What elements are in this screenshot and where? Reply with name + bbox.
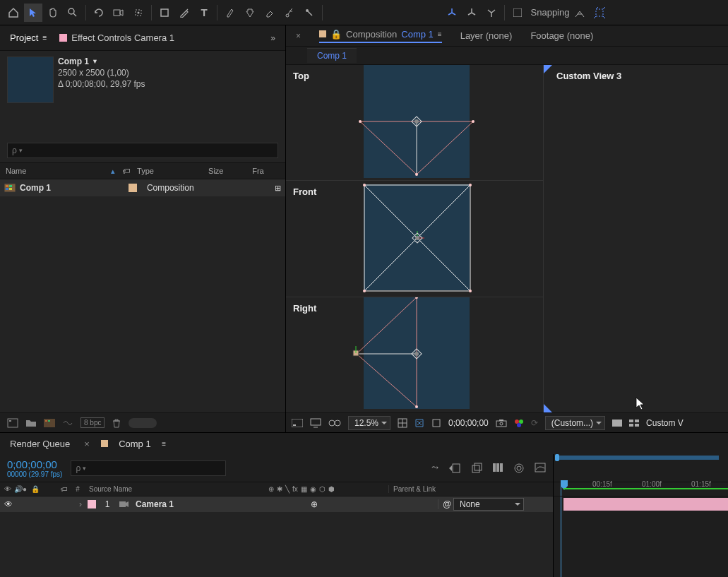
tab-project[interactable]: Project ≡ <box>10 32 47 43</box>
timecode-display[interactable]: 0;00;00;00 <box>448 418 489 428</box>
puppet-tool-icon[interactable] <box>300 4 318 22</box>
trash-icon[interactable] <box>112 418 121 428</box>
tag-icon[interactable]: 🏷 <box>122 167 130 175</box>
col-name[interactable]: Name <box>6 167 26 175</box>
axis-local-icon[interactable] <box>443 4 461 22</box>
solo-col-icon[interactable]: ● <box>23 485 31 493</box>
view-front[interactable]: Front <box>286 181 543 297</box>
view1-icon[interactable] <box>612 420 622 427</box>
svg-rect-71 <box>453 464 460 472</box>
tab-render-queue[interactable]: Render Queue <box>10 439 70 449</box>
lock-col-icon[interactable]: 🔒 <box>31 485 40 493</box>
layer-row[interactable]: 👁 › 1 Camera 1 ⊕ @ None <box>0 496 553 512</box>
channel-icon[interactable] <box>514 418 524 428</box>
mask-icon[interactable] <box>328 419 341 427</box>
pen-tool-icon[interactable] <box>175 4 193 22</box>
res-icon[interactable] <box>292 419 303 427</box>
exposure-icon[interactable]: ⟳ <box>531 418 538 428</box>
brush-tool-icon[interactable] <box>221 4 239 22</box>
view-top[interactable]: Top <box>286 65 543 181</box>
view-custom[interactable]: Custom View 3 <box>544 65 728 412</box>
monitor-icon[interactable] <box>310 418 321 428</box>
zoom-tool-icon[interactable] <box>64 4 82 22</box>
current-timecode[interactable]: 0;00;00;00 <box>7 458 62 470</box>
shy-toggle[interactable]: ⊕ <box>311 499 321 509</box>
render-toggle[interactable] <box>129 418 157 428</box>
motion-blur-icon[interactable] <box>513 463 525 474</box>
pan-behind-tool-icon[interactable] <box>129 4 148 22</box>
tab-footage[interactable]: Footage (none) <box>530 30 593 41</box>
comp-thumbnail[interactable] <box>7 56 54 103</box>
camera-tool-icon[interactable] <box>109 4 128 22</box>
snap-edge-icon[interactable] <box>571 4 589 22</box>
timeline-track-area[interactable]: 00:15f 01:00f 01:15f <box>553 454 728 577</box>
snapshot-icon[interactable] <box>496 419 507 427</box>
grid-icon[interactable] <box>398 418 407 428</box>
label-swatch[interactable] <box>129 184 137 192</box>
switches-col: ⊕✱╲fx▦◉⬡⬢ <box>268 485 388 493</box>
roto-tool-icon[interactable] <box>280 4 299 22</box>
shy-icon[interactable] <box>448 463 461 474</box>
visibility-toggle[interactable]: 👁 <box>4 499 14 509</box>
rotate-tool-icon[interactable] <box>90 4 108 22</box>
bpc-label[interactable]: 8 bpc <box>80 417 105 428</box>
close-tab-icon[interactable]: × <box>296 31 301 41</box>
tab-composition[interactable]: 🔒 Composition Comp 1 ≡ <box>319 29 442 43</box>
project-item-row[interactable]: Comp 1 Composition ⊞ <box>0 179 285 196</box>
flowchart-icon[interactable]: ⊞ <box>275 184 281 193</box>
safe-icon[interactable] <box>414 418 424 428</box>
work-area-bar[interactable] <box>563 488 728 489</box>
lock-icon[interactable]: 🔒 <box>330 29 342 40</box>
zoom-dropdown[interactable]: 12.5% <box>348 416 390 430</box>
tl-icon-1[interactable]: ⤳ <box>431 463 438 474</box>
camera-dropdown[interactable]: (Custom...) <box>545 416 605 430</box>
home-icon[interactable] <box>4 4 23 22</box>
col-type[interactable]: Type <box>137 167 205 175</box>
project-search-input[interactable]: ρ▾ <box>7 143 278 158</box>
interpret-icon[interactable] <box>7 418 18 428</box>
snap-inside-icon[interactable] <box>590 4 609 22</box>
graph-editor-icon[interactable] <box>535 463 546 474</box>
timeline-search-input[interactable]: ρ▾ <box>71 460 226 476</box>
col-num[interactable]: # <box>71 485 85 493</box>
new-comp-icon[interactable] <box>44 418 55 428</box>
col-source-name[interactable]: Source Name <box>85 485 268 493</box>
pickwhip-icon[interactable]: @ <box>438 499 448 509</box>
adjustment-icon[interactable] <box>62 418 73 428</box>
col-framerate[interactable]: Fra <box>252 167 280 175</box>
hand-tool-icon[interactable] <box>44 4 62 22</box>
expand-icon[interactable]: » <box>270 33 275 43</box>
mask-toggle-icon[interactable] <box>431 418 441 428</box>
tab-timeline-comp[interactable]: × Comp 1 ≡ <box>84 439 166 449</box>
layer-label-swatch[interactable] <box>88 500 96 508</box>
axis-view-icon[interactable] <box>482 4 501 22</box>
draft3d-icon[interactable] <box>471 463 482 474</box>
axis-world-icon[interactable] <box>463 4 481 22</box>
parent-dropdown[interactable]: None <box>453 498 524 511</box>
sort-arrow-icon[interactable]: ▴ <box>111 167 115 176</box>
view-right[interactable]: Right <box>286 297 543 412</box>
snapping-checkbox[interactable] <box>508 4 527 22</box>
col-size[interactable]: Size <box>208 167 249 175</box>
selection-tool-icon[interactable] <box>24 4 42 22</box>
layer-bar[interactable] <box>563 498 728 511</box>
col-parent[interactable]: Parent & Link <box>388 485 549 493</box>
text-tool-icon[interactable]: T <box>195 4 213 22</box>
chevron-down-icon[interactable]: ▼ <box>92 58 98 65</box>
tab-effect-controls[interactable]: Effect Controls Camera 1 <box>59 32 174 43</box>
comp-subtab[interactable]: Comp 1 <box>307 48 357 63</box>
folder-icon[interactable] <box>25 419 37 427</box>
expand-icon[interactable]: › <box>62 499 82 509</box>
visibility-col-icon[interactable]: 👁 <box>4 485 14 493</box>
rect-tool-icon[interactable] <box>155 4 174 22</box>
label-col-icon[interactable]: 🏷 <box>61 485 71 493</box>
view4-icon[interactable] <box>629 420 639 427</box>
view-layout-dropdown[interactable]: Custom V <box>646 418 684 428</box>
svg-point-33 <box>469 184 472 186</box>
tab-layer[interactable]: Layer (none) <box>460 30 513 41</box>
clone-tool-icon[interactable] <box>241 4 259 22</box>
eraser-tool-icon[interactable] <box>261 4 279 22</box>
audio-col-icon[interactable]: 🔊 <box>14 485 23 493</box>
frame-blend-icon[interactable] <box>492 463 503 474</box>
svg-rect-50 <box>292 419 303 427</box>
